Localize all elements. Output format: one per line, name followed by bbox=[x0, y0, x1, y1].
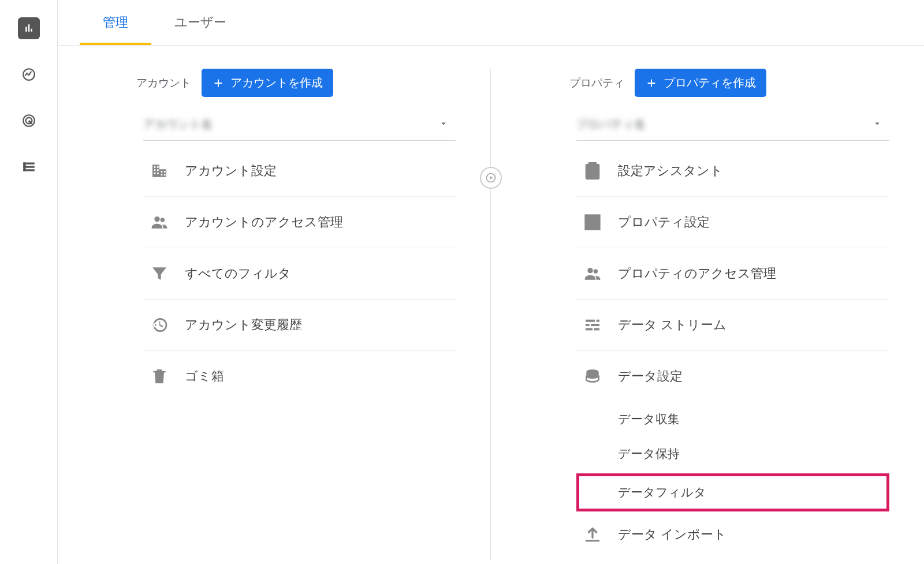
svg-rect-11 bbox=[597, 320, 599, 322]
nav-explore-icon[interactable] bbox=[18, 110, 40, 132]
menu-item-label: プロパティのアクセス管理 bbox=[618, 265, 776, 282]
setup-assistant-item[interactable]: 設定アシスタント bbox=[576, 145, 889, 197]
account-history-item[interactable]: アカウント変更履歴 bbox=[143, 300, 456, 351]
menu-item-label: アカウントのアクセス管理 bbox=[185, 214, 343, 231]
account-label: アカウント bbox=[136, 76, 191, 91]
nav-reports-icon[interactable] bbox=[18, 17, 40, 39]
account-selected-value: アカウント名 bbox=[143, 117, 213, 132]
data-filter-subitem[interactable]: データフィルタ bbox=[576, 473, 889, 511]
trash-icon bbox=[149, 366, 170, 387]
property-access-item[interactable]: プロパティのアクセス管理 bbox=[576, 248, 889, 300]
admin-columns: アカウント アカウントを作成 アカウント名 アカウント設定 bbox=[58, 46, 924, 560]
checklist-icon bbox=[582, 160, 603, 181]
trash-item[interactable]: ゴミ箱 bbox=[143, 351, 456, 402]
account-menu-list: アカウント設定 アカウントのアクセス管理 すべてのフィルタ bbox=[143, 145, 456, 402]
property-selected-value: プロパティ名 bbox=[576, 117, 646, 132]
property-selector[interactable]: プロパティ名 bbox=[576, 109, 889, 141]
svg-point-5 bbox=[161, 218, 165, 222]
main-content: 管理 ユーザー アカウント アカウントを作成 アカウント名 bbox=[58, 0, 924, 564]
admin-tabs: 管理 ユーザー bbox=[58, 0, 924, 46]
menu-item-label: アカウント変更履歴 bbox=[185, 316, 302, 334]
plus-icon bbox=[212, 77, 225, 89]
dropdown-arrow-icon bbox=[438, 118, 449, 131]
plus-icon bbox=[645, 77, 658, 89]
data-retention-subitem[interactable]: データ保持 bbox=[576, 436, 889, 471]
create-account-button[interactable]: アカウントを作成 bbox=[202, 69, 333, 97]
property-column: プロパティ プロパティを作成 プロパティ名 設定アシスタント bbox=[491, 69, 924, 560]
svg-point-4 bbox=[154, 216, 159, 222]
account-column-header: アカウント アカウントを作成 bbox=[136, 69, 456, 97]
nav-configure-icon[interactable] bbox=[18, 156, 40, 178]
dropdown-arrow-icon bbox=[872, 118, 882, 131]
menu-item-label: ゴミ箱 bbox=[185, 368, 224, 385]
menu-item-label: データ インポート bbox=[618, 526, 726, 543]
svg-rect-13 bbox=[591, 324, 599, 326]
layout-icon bbox=[582, 212, 603, 233]
svg-rect-10 bbox=[586, 320, 595, 322]
transfer-button[interactable] bbox=[480, 167, 502, 189]
svg-rect-14 bbox=[586, 328, 593, 330]
svg-rect-3 bbox=[23, 162, 25, 171]
nav-realtime-icon[interactable] bbox=[18, 64, 40, 85]
svg-rect-7 bbox=[586, 215, 599, 229]
create-property-button[interactable]: プロパティを作成 bbox=[635, 69, 766, 97]
svg-rect-12 bbox=[586, 324, 590, 326]
property-column-header: プロパティ プロパティを作成 bbox=[569, 69, 889, 97]
create-account-label: アカウントを作成 bbox=[230, 75, 323, 91]
menu-item-label: すべてのフィルタ bbox=[185, 265, 291, 282]
account-selector[interactable]: アカウント名 bbox=[143, 109, 456, 141]
database-icon bbox=[582, 366, 603, 387]
menu-item-label: データ設定 bbox=[618, 368, 683, 385]
people-icon bbox=[149, 212, 170, 233]
history-icon bbox=[149, 315, 170, 335]
stream-icon bbox=[582, 315, 603, 335]
tab-admin[interactable]: 管理 bbox=[80, 0, 151, 45]
account-access-item[interactable]: アカウントのアクセス管理 bbox=[143, 197, 456, 248]
create-property-label: プロパティを作成 bbox=[664, 75, 756, 91]
all-filters-item[interactable]: すべてのフィルタ bbox=[143, 248, 456, 300]
building-icon bbox=[149, 160, 170, 181]
svg-rect-15 bbox=[594, 328, 599, 330]
menu-item-label: 設定アシスタント bbox=[618, 162, 723, 180]
left-nav-rail bbox=[0, 0, 58, 564]
data-collection-subitem[interactable]: データ収集 bbox=[576, 402, 889, 436]
people-icon bbox=[582, 263, 603, 284]
data-import-item[interactable]: データ インポート bbox=[576, 514, 889, 560]
account-column: アカウント アカウントを作成 アカウント名 アカウント設定 bbox=[58, 69, 491, 560]
account-settings-item[interactable]: アカウント設定 bbox=[143, 145, 456, 197]
property-menu-list: 設定アシスタント プロパティ設定 プロパティのアクセス管理 bbox=[576, 145, 889, 560]
data-streams-item[interactable]: データ ストリーム bbox=[576, 300, 889, 351]
filter-icon bbox=[149, 263, 170, 284]
property-settings-item[interactable]: プロパティ設定 bbox=[576, 197, 889, 248]
arrow-right-circle-icon bbox=[485, 172, 497, 184]
tab-user[interactable]: ユーザー bbox=[151, 0, 249, 45]
menu-item-label: アカウント設定 bbox=[185, 162, 277, 180]
svg-point-8 bbox=[587, 268, 593, 273]
data-settings-item[interactable]: データ設定 bbox=[576, 351, 889, 402]
svg-point-9 bbox=[594, 269, 598, 273]
menu-item-label: データ ストリーム bbox=[618, 316, 726, 334]
property-label: プロパティ bbox=[569, 76, 624, 91]
upload-icon bbox=[582, 524, 603, 545]
menu-item-label: プロパティ設定 bbox=[618, 214, 710, 231]
